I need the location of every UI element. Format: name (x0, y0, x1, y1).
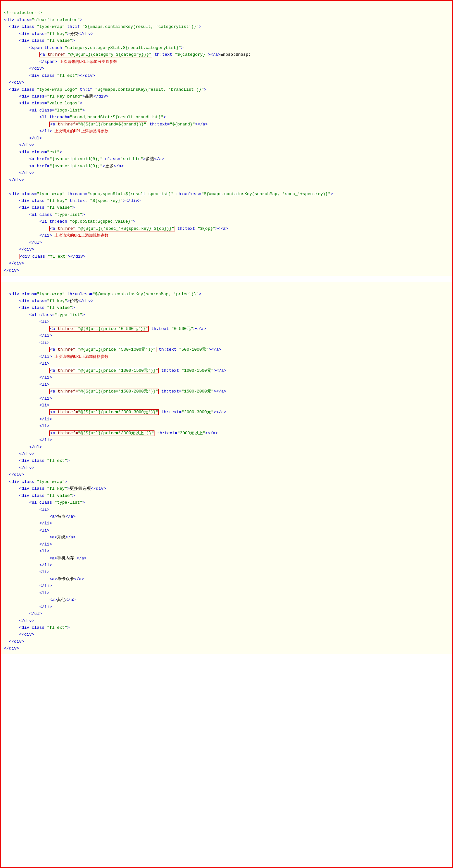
div-fl-key-1: <div class="fl key"> (19, 31, 70, 36)
div-clearfix-open: <div class="clearfix selector"> (4, 18, 82, 22)
code-viewer-2: <div class="type-wrap" th:unless="${#map… (1, 282, 452, 654)
gap-1 (1, 276, 452, 282)
div-fl-value-1: <div class="fl value"> (19, 38, 75, 43)
comment-selector: <!--selector--> (4, 10, 42, 15)
div-type-wrap-price: <div class="type-wrap" th:unless="${#map… (9, 292, 201, 297)
code-viewer: <!--selector--> <div class="clearfix sel… (1, 1, 452, 276)
main-container: <!--selector--> <div class="clearfix sel… (0, 0, 453, 868)
div-type-wrap-1: <div class="type-wrap" th:if="${#maps.co… (9, 24, 201, 29)
